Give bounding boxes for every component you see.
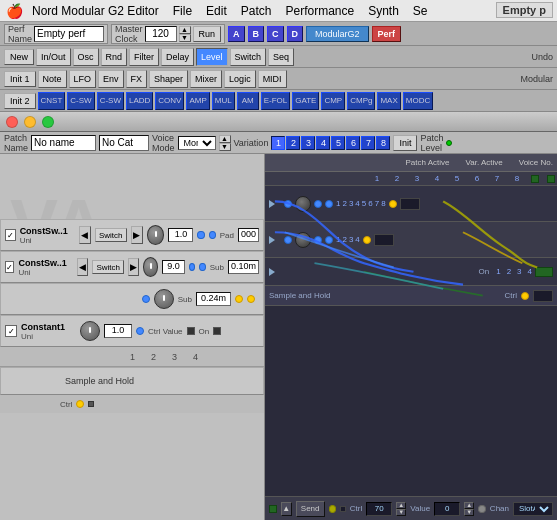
chan-select[interactable]: SlotA 1 2 (513, 502, 553, 516)
voice-mode-up[interactable]: ▲ (219, 135, 231, 143)
value-up[interactable]: ▲ (464, 502, 474, 509)
mod-gate-btn[interactable]: GATE (292, 92, 319, 110)
module1-left-arrow[interactable]: ◀ (79, 226, 91, 244)
mod-mul-btn[interactable]: MUL (212, 92, 235, 110)
menu-se[interactable]: Se (407, 2, 434, 20)
cat-osc-btn[interactable]: Osc (73, 48, 99, 66)
slot-d-btn[interactable]: D (287, 26, 304, 42)
master-clock-spinner[interactable]: ▲ ▼ (179, 26, 191, 42)
voice-mode-spinner[interactable]: ▲ ▼ (219, 135, 231, 151)
voice-mode-select[interactable]: Mono Poly (178, 136, 216, 150)
apple-menu[interactable]: 🍎 (4, 0, 24, 22)
module1-knob[interactable] (147, 225, 165, 245)
patch-name-input[interactable] (31, 135, 96, 151)
menu-performance[interactable]: Performance (279, 2, 360, 20)
row3-expand[interactable] (269, 268, 279, 276)
value-midi-spinner[interactable]: ▲ ▼ (464, 502, 474, 516)
midi-port1[interactable] (329, 505, 337, 513)
module2-port2[interactable] (199, 263, 205, 271)
var-5[interactable]: 5 (331, 136, 345, 150)
vr2-knob[interactable] (295, 232, 311, 248)
module1-right-arrow[interactable]: ▶ (131, 226, 143, 244)
vr1-port1[interactable] (284, 200, 292, 208)
menu-synth[interactable]: Synth (362, 2, 405, 20)
mod-efol-btn[interactable]: E-FOL (261, 92, 291, 110)
init1-btn[interactable]: Init 1 (4, 71, 36, 87)
vr2-port1[interactable] (284, 236, 292, 244)
cat-logic-btn[interactable]: Logic (224, 70, 256, 88)
menu-file[interactable]: File (167, 2, 198, 20)
mod-am-btn[interactable]: AM (237, 92, 259, 110)
cat-delay-btn[interactable]: Delay (161, 48, 194, 66)
var-2[interactable]: 2 (286, 136, 300, 150)
midi-led[interactable] (269, 505, 277, 513)
vr2-port3[interactable] (325, 236, 333, 244)
module4-port1[interactable] (136, 327, 144, 335)
mod-cmp-btn[interactable]: CMP (321, 92, 345, 110)
module2-left-arrow[interactable]: ◀ (77, 258, 88, 276)
menu-patch[interactable]: Patch (235, 2, 278, 20)
cat-inout-btn[interactable]: In/Out (36, 48, 71, 66)
var-1[interactable]: 1 (271, 136, 285, 150)
module2-enable-check[interactable]: ✓ (5, 261, 14, 273)
row2-expand[interactable] (269, 236, 279, 244)
module3-port1[interactable] (142, 295, 150, 303)
minimize-btn[interactable] (24, 116, 36, 128)
module3-knob[interactable] (154, 289, 174, 309)
mod-max-btn[interactable]: MAX (377, 92, 400, 110)
cat-level-btn[interactable]: Level (196, 48, 228, 66)
module3-port2[interactable] (235, 295, 243, 303)
mod-amp-btn[interactable]: AMP (186, 92, 209, 110)
init-btn[interactable]: Init (393, 135, 417, 151)
module4-enable-check[interactable]: ✓ (5, 325, 17, 337)
cat-rnd-btn[interactable]: Rnd (101, 48, 128, 66)
sh-r-port[interactable] (521, 292, 529, 300)
cat-shaper-btn[interactable]: Shaper (149, 70, 188, 88)
module4-knob[interactable] (80, 321, 100, 341)
master-clock-input[interactable] (145, 26, 177, 42)
vr1-knob[interactable] (295, 196, 311, 212)
module1-port2[interactable] (209, 231, 216, 239)
mod-modc-btn[interactable]: MODC (403, 92, 433, 110)
sh-port[interactable] (76, 400, 84, 408)
run-button[interactable]: Run (193, 26, 222, 42)
init2-btn[interactable]: Init 2 (4, 93, 36, 109)
cat-switch-btn[interactable]: Switch (230, 48, 267, 66)
ctrl-down[interactable]: ▼ (396, 509, 406, 516)
voice-mode-down[interactable]: ▼ (219, 143, 231, 151)
mod-csw1-btn[interactable]: C-SW (67, 92, 94, 110)
mod-cmpg-btn[interactable]: CMPg (347, 92, 375, 110)
mod-csw2-btn[interactable]: C-SW (97, 92, 124, 110)
clock-down-btn[interactable]: ▼ (179, 34, 191, 42)
vr1-port2[interactable] (314, 200, 322, 208)
perf-mode-btn[interactable]: Perf (372, 26, 402, 42)
slot-c-btn[interactable]: C (267, 26, 284, 42)
clock-up-btn[interactable]: ▲ (179, 26, 191, 34)
cat-midi-btn[interactable]: MIDI (258, 70, 287, 88)
row1-expand[interactable] (269, 200, 279, 208)
value-down[interactable]: ▼ (464, 509, 474, 516)
module1-enable-check[interactable]: ✓ (5, 229, 16, 241)
module1-port1[interactable] (197, 231, 204, 239)
mod-ladd-btn[interactable]: LADD (126, 92, 153, 110)
cat-input[interactable] (99, 135, 149, 151)
send-btn[interactable]: Send (296, 501, 325, 517)
menu-app[interactable]: Nord Modular G2 Editor (26, 2, 165, 20)
cat-note-btn[interactable]: Note (38, 70, 67, 88)
cat-mixer-btn[interactable]: Mixer (190, 70, 222, 88)
vr1-port-y[interactable] (389, 200, 397, 208)
cat-lfo-btn[interactable]: LFO (69, 70, 97, 88)
var-7[interactable]: 7 (361, 136, 375, 150)
cat-fx-btn[interactable]: FX (126, 70, 148, 88)
mod-cnst-btn[interactable]: CNST (38, 92, 66, 110)
midi-up-btn[interactable]: ▲ (281, 502, 292, 516)
close-btn[interactable] (6, 116, 18, 128)
module2-switch-btn[interactable]: Switch (92, 260, 124, 274)
slot-a-btn[interactable]: A (228, 26, 245, 42)
maximize-btn[interactable] (42, 116, 54, 128)
module2-right-arrow[interactable]: ▶ (128, 258, 139, 276)
ctrl-midi-spinner[interactable]: ▲ ▼ (396, 502, 406, 516)
module3-port3[interactable] (247, 295, 255, 303)
module2-knob[interactable] (143, 257, 158, 277)
mod-conv-btn[interactable]: CONV (155, 92, 184, 110)
